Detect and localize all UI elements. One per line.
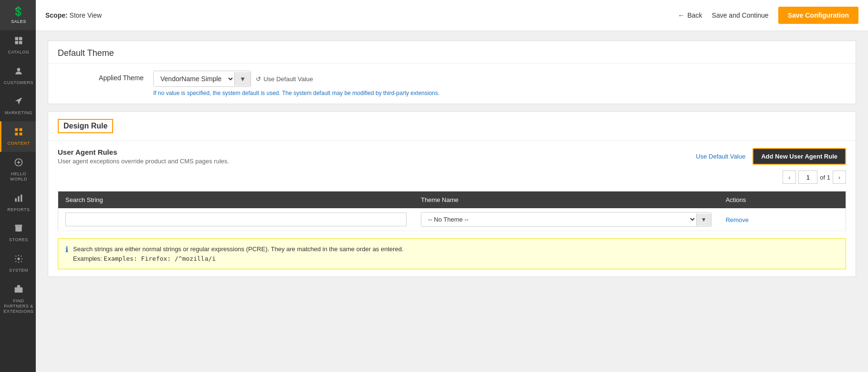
- sidebar-item-label: SYSTEM: [9, 268, 28, 273]
- content-area: Default Theme Applied Theme VendorName S…: [36, 31, 868, 372]
- scope-value: Store View: [70, 11, 102, 19]
- sidebar-item-label: CATALOG: [8, 50, 29, 55]
- info-text-line2-prefix: Examples:: [73, 255, 104, 262]
- design-rule-title: Design Rule: [58, 119, 113, 133]
- svg-point-4: [17, 68, 21, 71]
- user-agent-section: User Agent Rules User agent exceptions o…: [48, 141, 856, 276]
- svg-rect-3: [19, 41, 22, 44]
- col-theme-name: Theme Name: [414, 191, 719, 209]
- save-continue-button[interactable]: Save and Continue: [712, 11, 769, 19]
- theme-select-wrapper: VendorName Simple ▼: [153, 71, 251, 87]
- applied-theme-row: Applied Theme VendorName Simple ▼ ↺ Use …: [48, 64, 856, 104]
- sidebar-item-customers[interactable]: CUSTOMERS: [0, 61, 36, 91]
- theme-name-select-wrapper: -- No Theme -- ▼: [421, 212, 711, 227]
- svg-rect-15: [18, 228, 20, 232]
- page-of-text: of 1: [820, 174, 830, 181]
- save-config-button[interactable]: Save Configuration: [778, 7, 858, 24]
- svg-rect-17: [15, 287, 23, 293]
- use-default-link-label: Use Default Value: [696, 153, 745, 160]
- back-label: Back: [687, 11, 702, 19]
- sidebar-item-reports[interactable]: REPORTS: [0, 188, 36, 218]
- sidebar-item-label: CUSTOMERS: [4, 80, 33, 85]
- svg-rect-0: [15, 37, 19, 40]
- theme-controls: VendorName Simple ▼ ↺ Use Default Value …: [153, 71, 846, 96]
- back-button[interactable]: ← Back: [678, 11, 702, 19]
- table-header-row: Search String Theme Name Actions: [58, 191, 846, 209]
- content-icon: [14, 127, 23, 139]
- add-new-rule-button[interactable]: Add New User Agent Rule: [753, 148, 846, 165]
- refresh-icon: ↺: [256, 75, 261, 83]
- sidebar-item-system[interactable]: SYSTEM: [0, 248, 36, 279]
- prev-page-button[interactable]: ‹: [783, 170, 796, 184]
- sidebar-item-label: REPORTS: [8, 207, 30, 213]
- user-agent-title-left: User Agent Rules User agent exceptions o…: [58, 148, 229, 165]
- stores-icon: [14, 223, 23, 235]
- applied-theme-label: Applied Theme: [58, 71, 153, 82]
- reports-icon: [14, 193, 23, 205]
- topbar: Scope: Store View ← Back Save and Contin…: [36, 0, 868, 31]
- sidebar-item-label: HELLO WORLD: [4, 171, 33, 182]
- sidebar-item-findpartners[interactable]: FIND PARTNERS & EXTENSIONS: [0, 279, 36, 319]
- info-text-line2-code: Examples: Firefox: /^mozilla/i: [104, 255, 216, 262]
- customers-icon: [14, 66, 23, 78]
- actions-cell: Remove: [719, 208, 846, 231]
- table-row: -- No Theme -- ▼ Remove: [58, 208, 846, 231]
- page-number-input[interactable]: [798, 170, 817, 184]
- sidebar-item-stores[interactable]: STORES: [0, 218, 36, 248]
- sidebar-item-marketing[interactable]: MARKETING: [0, 91, 36, 121]
- user-agent-title: User Agent Rules: [58, 148, 229, 156]
- info-icon: ℹ: [65, 245, 68, 254]
- theme-name-dropdown-btn[interactable]: ▼: [696, 213, 711, 226]
- svg-point-16: [18, 258, 20, 260]
- findpartners-icon: [14, 285, 23, 297]
- col-actions: Actions: [719, 191, 846, 209]
- back-arrow-icon: ←: [678, 11, 684, 19]
- col-search-string: Search String: [58, 191, 414, 209]
- search-string-input[interactable]: [65, 213, 407, 226]
- catalog-icon: [14, 36, 23, 48]
- svg-rect-13: [18, 196, 19, 202]
- sidebar: 💲 SALES CATALOG CUSTOMERS MARKETING CONT…: [0, 0, 36, 372]
- svg-rect-2: [15, 41, 19, 44]
- svg-rect-1: [19, 37, 22, 40]
- system-icon: [14, 254, 23, 266]
- use-default-link-button[interactable]: Use Default Value: [696, 153, 745, 160]
- theme-name-select[interactable]: -- No Theme --: [421, 213, 696, 226]
- search-string-cell: [58, 208, 414, 231]
- default-theme-card: Default Theme Applied Theme VendorName S…: [48, 41, 856, 104]
- svg-rect-12: [15, 198, 17, 202]
- remove-rule-button[interactable]: Remove: [726, 216, 749, 223]
- sidebar-item-catalog[interactable]: CATALOG: [0, 30, 36, 61]
- hint-text: If no value is specified, the system def…: [153, 90, 846, 96]
- design-rule-card: Design Rule User Agent Rules User agent …: [48, 111, 856, 277]
- use-default-label: Use Default Value: [263, 75, 313, 83]
- info-text-line1: Search strings are either normal strings…: [73, 245, 404, 253]
- sidebar-item-label: CONTENT: [8, 141, 30, 146]
- helloworld-icon: [14, 158, 23, 170]
- scope-info: Scope: Store View: [45, 11, 102, 19]
- remove-label: Remove: [726, 216, 749, 223]
- save-continue-label: Save and Continue: [712, 11, 769, 19]
- info-box: ℹ Search strings are either normal strin…: [58, 238, 846, 269]
- pagination-row: ‹ of 1 ›: [58, 170, 846, 186]
- sidebar-item-helloworld[interactable]: HELLO WORLD: [0, 152, 36, 188]
- save-config-label: Save Configuration: [788, 11, 849, 19]
- default-theme-title: Default Theme: [48, 41, 856, 64]
- sidebar-item-content[interactable]: CONTENT: [0, 121, 36, 152]
- sidebar-item-sales[interactable]: 💲 SALES: [0, 0, 36, 30]
- design-rule-header: Design Rule: [48, 112, 856, 141]
- user-agent-description: User agent exceptions override product a…: [58, 158, 229, 165]
- sidebar-item-label: SALES: [11, 19, 26, 24]
- scope-label: Scope:: [45, 11, 68, 19]
- theme-select-dropdown-btn[interactable]: ▼: [234, 72, 251, 86]
- use-default-value-button[interactable]: ↺ Use Default Value: [256, 75, 313, 83]
- info-text: Search strings are either normal strings…: [73, 244, 404, 263]
- next-page-button[interactable]: ›: [833, 170, 846, 184]
- sidebar-item-label: STORES: [9, 237, 28, 243]
- svg-rect-5: [15, 128, 18, 131]
- theme-controls-row: VendorName Simple ▼ ↺ Use Default Value: [153, 71, 846, 87]
- topbar-actions: ← Back Save and Continue Save Configurat…: [678, 7, 858, 24]
- applied-theme-select[interactable]: VendorName Simple: [154, 71, 234, 86]
- add-rule-label: Add New User Agent Rule: [761, 153, 837, 160]
- sidebar-item-label: FIND PARTNERS & EXTENSIONS: [4, 298, 34, 314]
